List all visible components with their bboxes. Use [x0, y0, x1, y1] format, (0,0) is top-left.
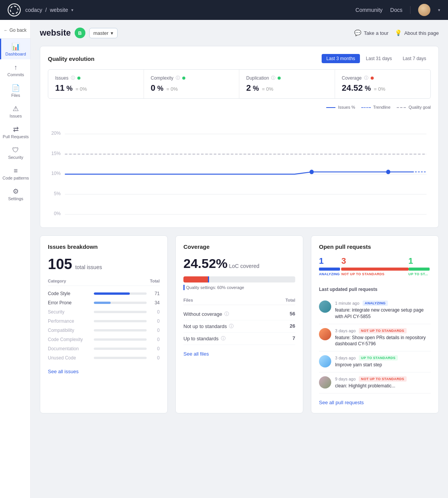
filter-3months[interactable]: Last 3 months	[322, 54, 360, 63]
duplication-status-dot	[278, 77, 281, 80]
see-all-files[interactable]: See all files	[183, 351, 295, 357]
main-content: website B master ▾ 💬 Take a tour 💡 About…	[31, 20, 448, 498]
issues-breakdown-card: Issues breakdown 105 total issues Catego…	[40, 235, 168, 413]
pr-time-4: 9 days ago	[335, 377, 356, 381]
sidebar-item-commits[interactable]: ↑ Commits	[0, 59, 30, 80]
bar-fill-errorprone	[94, 302, 111, 304]
pr-item-2[interactable]: 3 days ago NOT UP TO STANDARDS feature: …	[319, 324, 431, 352]
sidebar-item-pullrequests[interactable]: ⇄ Pull Requests	[0, 121, 30, 142]
pr-status-analyzing: 1 ANALYZING	[319, 256, 341, 276]
nav-separator: /	[45, 7, 47, 13]
see-all-pullrequests[interactable]: See all pull requests	[319, 400, 431, 405]
cov-table-header: Files Total	[183, 298, 295, 305]
security-icon: 🛡	[12, 147, 19, 153]
row-label-documentation: Documentation	[48, 346, 90, 351]
bar-unusedcode	[94, 357, 147, 359]
nav-dropdown-icon[interactable]: ▾	[71, 8, 74, 13]
branch-selector[interactable]: master ▾	[89, 28, 118, 38]
pr-item-1[interactable]: 1 minute ago ANALYZING feature: integrat…	[319, 297, 431, 324]
cov-count-without: 56	[290, 311, 295, 317]
pr-time-1: 1 minute ago	[335, 301, 360, 305]
col-total: Total	[150, 279, 160, 283]
page-title-row: website B master ▾	[40, 28, 118, 38]
info-icon-complexity[interactable]: ⓘ	[176, 75, 180, 81]
pr-status-up-standards: 1 UP TO ST...	[409, 256, 431, 276]
sidebar-item-files[interactable]: 📄 Files	[0, 80, 30, 101]
pr-title-3: Improve yarn start step	[335, 362, 431, 368]
sidebar-label-dashboard: Dashboard	[5, 52, 26, 56]
pr-label-not-standards: NOT UP TO STANDARDS	[341, 272, 408, 276]
count-codestyle: 71	[150, 291, 160, 296]
pr-label-up-standards: UP TO ST...	[409, 272, 431, 276]
coverage-card: Coverage 24.52% LoC covered Quality sett…	[175, 235, 303, 413]
filter-7days[interactable]: Last 7 days	[398, 54, 431, 63]
bottom-grid: Issues breakdown 105 total issues Catego…	[40, 235, 439, 413]
coverage-files-table: Files Total Without coverage ⓘ 56 Not up…	[183, 298, 295, 345]
metric-complexity-value: 0 % = 0%	[151, 83, 232, 93]
cov-count-notstandards: 26	[290, 323, 295, 330]
page-header: website B master ▾ 💬 Take a tour 💡 About…	[40, 28, 439, 38]
sidebar-item-settings[interactable]: ⚙ Settings	[0, 183, 30, 204]
pr-avatar-3	[319, 355, 331, 367]
count-documentation: 0	[150, 346, 160, 351]
nav-brand[interactable]: codacy	[25, 7, 42, 13]
row-label-security: Security	[48, 309, 90, 315]
nav-repo[interactable]: website	[50, 7, 68, 13]
issues-breakdown-title: Issues breakdown	[48, 243, 160, 250]
take-tour-label: Take a tour	[364, 30, 388, 36]
metric-issues-value: 11 % = 0%	[55, 83, 137, 93]
logo[interactable]	[8, 3, 21, 16]
sidebar-item-issues[interactable]: ⚠ Issues	[0, 101, 30, 121]
coverage-value-row: 24.52% LoC covered	[183, 256, 295, 271]
issues-row-documentation: Documentation 0	[48, 344, 160, 353]
pr-item-3[interactable]: 3 days ago UP TO STANDARDS Improve yarn …	[319, 351, 431, 372]
pr-bar-up-standards	[409, 268, 430, 271]
metric-complexity: Complexity ⓘ 0 % = 0%	[144, 70, 240, 98]
about-page-link[interactable]: 💡 About this page	[395, 29, 439, 36]
sidebar-label-settings: Settings	[8, 196, 23, 201]
see-all-issues[interactable]: See all issues	[48, 369, 160, 374]
sidebar-back-button[interactable]: ← Go back	[0, 24, 30, 39]
pr-content-1: 1 minute ago ANALYZING feature: integrat…	[335, 300, 431, 320]
docs-link[interactable]: Docs	[390, 7, 402, 13]
sidebar-item-dashboard[interactable]: 📊 Dashboard	[0, 39, 30, 59]
issues-row-codecomplexity: Code Complexity 0	[48, 335, 160, 344]
pr-avatar-2	[319, 328, 331, 340]
svg-text:20%: 20%	[51, 131, 60, 136]
issues-row-unusedcode: Unused Code 0	[48, 353, 160, 362]
cov-label-notstandards: Not up to standards ⓘ	[183, 323, 234, 330]
sidebar-label-issues: Issues	[10, 114, 22, 118]
row-label-codecomplexity: Code Complexity	[48, 337, 90, 342]
logo-icon	[10, 6, 18, 14]
info-icon-upstandards[interactable]: ⓘ	[221, 335, 226, 342]
info-icon-duplication[interactable]: ⓘ	[271, 75, 275, 81]
metric-duplication: Duplication ⓘ 2 % = 0%	[239, 70, 335, 98]
legend-issues-pct: Issues %	[326, 105, 355, 109]
issues-row-compatibility: Compatibility 0	[48, 326, 160, 335]
info-icon-without[interactable]: ⓘ	[224, 311, 229, 317]
count-performance: 0	[150, 318, 160, 324]
row-label-codestyle: Code Style	[48, 291, 90, 296]
nav-divider	[410, 6, 410, 14]
pr-item-4[interactable]: 9 days ago NOT UP TO STANDARDS clean: Hi…	[319, 372, 431, 394]
count-compatibility: 0	[150, 328, 160, 333]
commits-icon: ↑	[14, 64, 18, 71]
svg-text:10%: 10%	[51, 171, 60, 176]
community-link[interactable]: Community	[355, 7, 383, 13]
coverage-bar-fill	[183, 276, 208, 282]
filter-31days[interactable]: Last 31 days	[361, 54, 397, 63]
quality-evolution-title: Quality evolution	[48, 56, 95, 62]
nav-breadcrumb: codacy / website ▾	[25, 7, 74, 13]
user-avatar[interactable]	[418, 4, 430, 16]
sidebar-item-codepatterns[interactable]: ≡ Code patterns	[0, 163, 30, 183]
take-tour-link[interactable]: 💬 Take a tour	[354, 29, 388, 36]
bar-performance	[94, 320, 147, 322]
sidebar-item-security[interactable]: 🛡 Security	[0, 142, 30, 163]
info-icon-coverage[interactable]: ⓘ	[364, 75, 368, 81]
coverage-title: Coverage	[183, 243, 295, 250]
info-icon-issues[interactable]: ⓘ	[71, 75, 75, 81]
pr-time-2: 3 days ago	[335, 328, 356, 333]
info-icon-notstandards[interactable]: ⓘ	[229, 323, 234, 330]
avatar-dropdown-icon[interactable]: ▾	[438, 8, 440, 13]
issues-row-security: Security 0	[48, 307, 160, 317]
